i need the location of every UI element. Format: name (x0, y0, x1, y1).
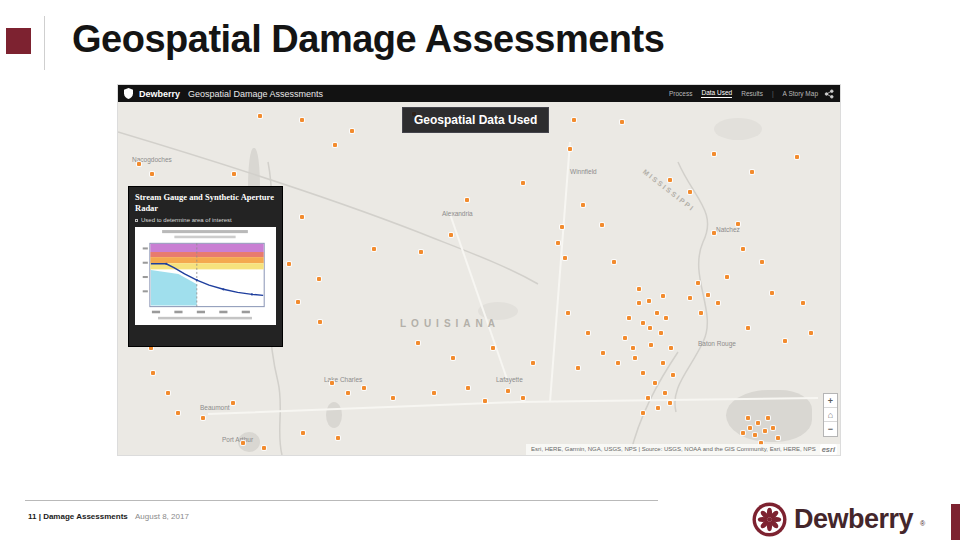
damage-point[interactable] (696, 281, 700, 285)
damage-point[interactable] (627, 316, 631, 320)
damage-point[interactable] (770, 291, 774, 295)
nav-data-used[interactable]: Data Used (701, 89, 732, 98)
damage-point[interactable] (656, 406, 660, 410)
damage-point[interactable] (669, 346, 673, 350)
damage-point[interactable] (301, 431, 305, 435)
damage-point[interactable] (563, 256, 567, 260)
damage-point[interactable] (150, 172, 154, 176)
damage-point[interactable] (300, 118, 304, 122)
nav-results[interactable]: Results (741, 90, 763, 97)
damage-point[interactable] (671, 373, 675, 377)
damage-point[interactable] (521, 396, 525, 400)
damage-point[interactable] (661, 294, 665, 298)
damage-point[interactable] (712, 152, 716, 156)
damage-point[interactable] (748, 426, 752, 430)
damage-point[interactable] (795, 155, 799, 159)
damage-point[interactable] (809, 331, 813, 335)
damage-point[interactable] (663, 391, 667, 395)
damage-point[interactable] (333, 143, 337, 147)
damage-point[interactable] (601, 351, 605, 355)
damage-point[interactable] (706, 293, 710, 297)
damage-point[interactable] (637, 287, 641, 291)
damage-point[interactable] (600, 223, 604, 227)
damage-point[interactable] (750, 170, 754, 174)
damage-point[interactable] (766, 416, 770, 420)
damage-point[interactable] (620, 120, 624, 124)
home-button[interactable]: ⌂ (824, 408, 837, 422)
damage-point[interactable] (763, 429, 767, 433)
damage-point[interactable] (201, 416, 205, 420)
damage-point[interactable] (451, 356, 455, 360)
damage-point[interactable] (616, 361, 620, 365)
damage-point[interactable] (746, 326, 750, 330)
damage-point[interactable] (641, 411, 645, 415)
nav-a-story-map[interactable]: A Story Map (772, 90, 818, 97)
damage-point[interactable] (771, 426, 775, 430)
damage-point[interactable] (372, 247, 376, 251)
damage-point[interactable] (649, 343, 653, 347)
damage-point[interactable] (661, 361, 665, 365)
damage-point[interactable] (151, 371, 155, 375)
damage-point[interactable] (801, 301, 805, 305)
damage-point[interactable] (653, 381, 657, 385)
damage-point[interactable] (753, 433, 757, 437)
damage-point[interactable] (317, 277, 321, 281)
damage-point[interactable] (655, 311, 659, 315)
damage-point[interactable] (491, 346, 495, 350)
damage-point[interactable] (641, 371, 645, 375)
damage-point[interactable] (668, 178, 672, 182)
damage-point[interactable] (725, 275, 729, 279)
damage-point[interactable] (300, 215, 304, 219)
damage-point[interactable] (623, 336, 627, 340)
damage-point[interactable] (296, 300, 300, 304)
damage-point[interactable] (659, 331, 663, 335)
map-canvas[interactable]: NacogdochesWinnfieldMISSISSIPPINatchezAl… (118, 102, 840, 455)
damage-point[interactable] (287, 262, 291, 266)
damage-point[interactable] (432, 391, 436, 395)
damage-point[interactable] (362, 386, 366, 390)
share-icon[interactable] (824, 89, 834, 99)
damage-point[interactable] (231, 401, 235, 405)
damage-point[interactable] (776, 436, 780, 440)
damage-point[interactable] (241, 441, 245, 445)
damage-point[interactable] (586, 331, 590, 335)
damage-point[interactable] (664, 316, 668, 320)
damage-point[interactable] (741, 431, 745, 435)
damage-point[interactable] (556, 241, 560, 245)
damage-point[interactable] (572, 118, 576, 122)
damage-point[interactable] (633, 356, 637, 360)
damage-point[interactable] (330, 381, 334, 385)
damage-point[interactable] (612, 260, 616, 264)
damage-point[interactable] (756, 421, 760, 425)
damage-point[interactable] (647, 299, 651, 303)
damage-point[interactable] (646, 396, 650, 400)
damage-point[interactable] (783, 339, 787, 343)
damage-point[interactable] (631, 346, 635, 350)
damage-point[interactable] (483, 399, 487, 403)
damage-point[interactable] (699, 311, 703, 315)
damage-point[interactable] (566, 311, 570, 315)
damage-point[interactable] (688, 190, 692, 194)
zoom-in-button[interactable]: + (824, 394, 837, 408)
damage-point[interactable] (318, 320, 322, 324)
damage-point[interactable] (232, 172, 236, 176)
damage-point[interactable] (668, 401, 672, 405)
damage-point[interactable] (258, 114, 262, 118)
damage-point[interactable] (741, 247, 745, 251)
damage-point[interactable] (137, 162, 141, 166)
damage-point[interactable] (336, 436, 340, 440)
damage-point[interactable] (416, 341, 420, 345)
damage-point[interactable] (688, 296, 692, 300)
damage-point[interactable] (521, 181, 525, 185)
damage-point[interactable] (576, 366, 580, 370)
damage-point[interactable] (465, 198, 469, 202)
damage-point[interactable] (716, 301, 720, 305)
zoom-out-button[interactable]: − (824, 422, 837, 436)
damage-point[interactable] (419, 250, 423, 254)
damage-point[interactable] (176, 411, 180, 415)
damage-point[interactable] (560, 225, 564, 229)
damage-point[interactable] (262, 446, 266, 450)
damage-point[interactable] (391, 396, 395, 400)
damage-point[interactable] (531, 361, 535, 365)
damage-point[interactable] (637, 301, 641, 305)
